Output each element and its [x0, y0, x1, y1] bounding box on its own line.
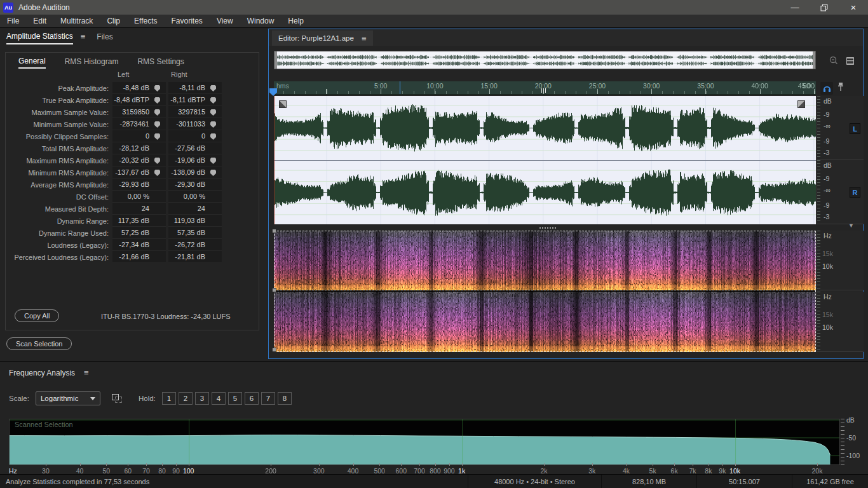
- zoom-navigate-icon[interactable]: [828, 55, 839, 68]
- title-bar: Au Adobe Audition — ×: [0, 0, 868, 15]
- playhead-marker[interactable]: [269, 88, 277, 96]
- selection-handle[interactable]: [272, 288, 276, 292]
- close-button[interactable]: ×: [839, 0, 868, 15]
- free-space: 161,42 GB free: [792, 475, 868, 488]
- marker-pin-icon[interactable]: [210, 158, 216, 164]
- menu-multitrack[interactable]: Multitrack: [53, 15, 100, 28]
- marker-pin-icon[interactable]: [210, 121, 216, 128]
- tab-rms-histogram[interactable]: RMS Histogram: [65, 55, 119, 68]
- menu-favorites[interactable]: Favorites: [165, 15, 210, 28]
- chart-annotation: Scanned Selection: [15, 421, 73, 428]
- fade-in-handle[interactable]: [279, 100, 287, 108]
- stats-value-right: 0,00 %: [168, 191, 222, 203]
- minimize-button[interactable]: —: [780, 0, 810, 15]
- selection-handle[interactable]: [272, 229, 276, 233]
- menu-edit[interactable]: Edit: [26, 15, 53, 28]
- monitor-headphones-icon[interactable]: [820, 82, 833, 95]
- hold-button[interactable]: 3: [195, 392, 209, 405]
- stats-row-label: Average RMS Amplitude:: [6, 181, 109, 189]
- marker-pin-icon[interactable]: [154, 170, 160, 176]
- stats-row-label: Total RMS Amplitude:: [6, 145, 109, 152]
- stats-row: Maximum RMS Amplitude: -20,32 dB -19,06 …: [6, 154, 259, 166]
- stats-value-right: -8,11 dB: [168, 82, 222, 94]
- stats-value-right: -27,56 dB: [168, 142, 222, 154]
- menu-bar: FileEditMultitrackClipEffectsFavoritesVi…: [0, 15, 868, 28]
- view-divider[interactable]: [274, 224, 816, 231]
- hold-button[interactable]: 7: [261, 392, 275, 405]
- panel-menu-icon[interactable]: ≡: [362, 34, 367, 43]
- marker-pin-icon[interactable]: [154, 97, 160, 104]
- column-right: Right: [166, 71, 219, 82]
- copy-graph-icon[interactable]: [112, 394, 122, 403]
- tab-rms-settings[interactable]: RMS Settings: [137, 55, 184, 68]
- hold-button[interactable]: 8: [278, 392, 292, 405]
- panel-menu-icon[interactable]: ≡: [81, 32, 86, 41]
- stats-row: Perceived Loudness (Legacy): -21,66 dB -…: [6, 251, 259, 263]
- panel-menu-icon[interactable]: ≡: [84, 368, 89, 377]
- stats-row-label: Maximum RMS Amplitude:: [6, 157, 109, 165]
- menu-help[interactable]: Help: [281, 15, 311, 28]
- ruler-tick-label: 10:00: [426, 82, 443, 90]
- time-indicator-line: [400, 81, 400, 95]
- marker-pin-icon[interactable]: [154, 109, 160, 116]
- marker-pin-icon[interactable]: [210, 170, 216, 176]
- marker-pin-icon[interactable]: [154, 158, 160, 164]
- marker-pin-icon[interactable]: [154, 85, 160, 92]
- chevron-down-icon: [90, 397, 95, 400]
- spectrogram-left-canvas[interactable]: [274, 231, 816, 290]
- pin-marker-icon[interactable]: [837, 82, 844, 95]
- hold-button[interactable]: 1: [162, 392, 176, 405]
- scan-selection-button[interactable]: Scan Selection: [6, 337, 72, 350]
- channel-left-button[interactable]: L: [850, 123, 860, 134]
- hold-button[interactable]: 2: [179, 392, 193, 405]
- overview-left-handle[interactable]: [275, 51, 277, 69]
- spectral-display[interactable]: [274, 231, 816, 352]
- tab-general[interactable]: General: [18, 54, 46, 69]
- menu-view[interactable]: View: [210, 15, 240, 28]
- channel-right-button[interactable]: R: [850, 187, 860, 198]
- marker-pin-icon[interactable]: [210, 97, 216, 104]
- menu-effects[interactable]: Effects: [127, 15, 164, 28]
- marker-pin-icon[interactable]: [154, 133, 160, 140]
- hold-button[interactable]: 6: [245, 392, 259, 405]
- menu-window[interactable]: Window: [240, 15, 281, 28]
- frequency-analysis-title[interactable]: Frequency Analysis: [9, 369, 75, 377]
- marker-pin-icon[interactable]: [154, 121, 160, 128]
- scale-select[interactable]: Logarithmic: [36, 391, 100, 405]
- marker-pin-icon[interactable]: [210, 109, 216, 116]
- timeline-ruler[interactable]: hms 5:0010:0015:0020:0025:0030:0035:0040…: [274, 81, 816, 95]
- editor-tab[interactable]: Editor: Purple12A1.ape ≡: [272, 30, 373, 46]
- scale-select-value: Logarithmic: [41, 395, 78, 402]
- tab-files[interactable]: Files: [97, 29, 112, 44]
- fade-out-handle[interactable]: [797, 100, 805, 108]
- stats-value-right: -8,11 dBTP: [168, 94, 222, 106]
- waveform-display[interactable]: [274, 96, 816, 224]
- waveform-right-canvas[interactable]: [274, 160, 816, 224]
- frequency-chart[interactable]: Scanned Selection: [9, 419, 840, 465]
- overview-right-handle[interactable]: [813, 51, 815, 69]
- ruler-tick-label: 25:00: [589, 82, 606, 90]
- spectrogram-right-canvas[interactable]: [274, 292, 816, 352]
- restore-button[interactable]: [810, 0, 839, 15]
- overview-waveform-canvas[interactable]: [275, 51, 815, 69]
- ruler-marker: [541, 88, 546, 93]
- stats-value-left: 0,00 %: [112, 191, 166, 203]
- menu-file[interactable]: File: [0, 15, 26, 28]
- copy-all-button[interactable]: Copy All: [15, 309, 59, 322]
- stats-row-label: Measured Bit Depth:: [6, 205, 109, 213]
- selection-handle[interactable]: [272, 348, 276, 352]
- editor-layout-icon[interactable]: ▤: [846, 55, 855, 66]
- menu-clip[interactable]: Clip: [100, 15, 127, 28]
- tab-amplitude-statistics[interactable]: Amplitude Statistics: [6, 29, 73, 44]
- waveform-left-canvas[interactable]: [274, 96, 816, 160]
- overview-navigator[interactable]: [274, 51, 816, 69]
- hold-button[interactable]: 4: [212, 392, 226, 405]
- adobe-audition-window: Au Adobe Audition — × FileEditMultitrack…: [0, 0, 868, 488]
- marker-pin-icon[interactable]: [210, 133, 216, 140]
- stats-row: Average RMS Amplitude: -29,93 dB -29,30 …: [6, 179, 259, 191]
- marker-pin-icon[interactable]: [210, 85, 216, 92]
- scroll-down-icon[interactable]: ▼: [848, 222, 854, 229]
- divider-grip[interactable]: [539, 227, 556, 229]
- hold-button[interactable]: 5: [228, 392, 242, 405]
- ruler-tick-label: 15:00: [480, 82, 497, 90]
